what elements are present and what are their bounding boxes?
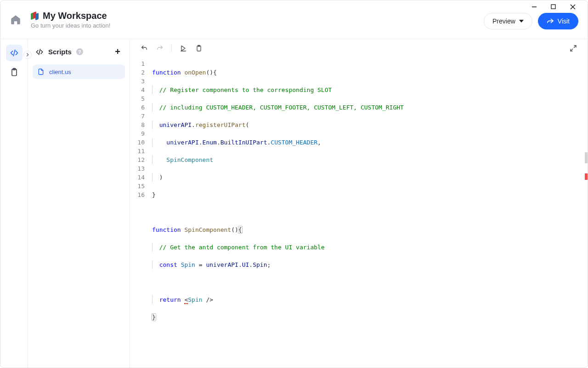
redo-icon — [156, 45, 164, 52]
workspace-logo-icon — [31, 12, 39, 20]
window-controls — [525, 0, 588, 13]
file-name: client.us — [49, 69, 71, 75]
header: My Workspace Go turn your ideas into act… — [0, 0, 588, 39]
svg-line-12 — [574, 46, 576, 48]
tasks-button[interactable] — [193, 42, 205, 54]
code-icon — [10, 48, 19, 58]
play-icon — [180, 45, 187, 52]
preview-button[interactable]: Preview — [484, 13, 532, 29]
file-item[interactable]: client.us — [33, 64, 125, 79]
redo-button[interactable] — [154, 42, 166, 54]
file-icon — [37, 68, 45, 75]
chevron-right-icon — [26, 53, 29, 57]
rail-scripts[interactable] — [6, 45, 23, 61]
clipboard-icon — [195, 45, 203, 52]
code-editor[interactable]: 12345678910111213141516 function onOpen(… — [130, 58, 588, 368]
sidebar: Scripts ? + client.us — [28, 39, 130, 368]
workspace-title: My Workspace — [43, 11, 107, 21]
code-icon — [35, 48, 44, 56]
home-icon[interactable] — [10, 14, 22, 26]
window-maximize[interactable] — [551, 4, 562, 10]
workspace-heading: My Workspace Go turn your ideas into act… — [31, 11, 110, 29]
toolbar-separator — [171, 44, 172, 52]
visit-label: Visit — [558, 17, 570, 25]
run-button[interactable] — [177, 42, 189, 54]
rail-tasks[interactable] — [6, 64, 23, 80]
caret-down-icon — [519, 20, 524, 23]
window-minimize[interactable] — [531, 4, 543, 10]
visit-button[interactable]: Visit — [538, 13, 578, 29]
share-arrow-icon — [547, 17, 554, 25]
overview-mark — [585, 152, 588, 163]
rail-collapse-toggle[interactable] — [23, 51, 32, 59]
add-script-button[interactable]: + — [113, 46, 122, 57]
clipboard-icon — [10, 68, 19, 77]
editor-toolbar — [130, 39, 588, 58]
expand-icon — [570, 45, 577, 52]
undo-button[interactable] — [138, 42, 150, 54]
svg-line-13 — [571, 49, 573, 51]
rail — [0, 39, 28, 368]
svg-line-4 — [13, 50, 15, 56]
undo-icon — [141, 45, 148, 52]
editor-area: 12345678910111213141516 function onOpen(… — [130, 39, 588, 368]
code-content[interactable]: function onOpen(){ // Register component… — [152, 59, 588, 368]
sidebar-header: Scripts ? + — [33, 45, 125, 63]
svg-rect-1 — [551, 5, 555, 9]
svg-line-7 — [39, 49, 40, 55]
main: Scripts ? + client.us — [0, 39, 588, 368]
expand-button[interactable] — [567, 42, 579, 54]
line-gutter: 12345678910111213141516 — [130, 59, 152, 368]
preview-label: Preview — [492, 17, 515, 25]
help-icon[interactable]: ? — [76, 48, 83, 55]
svg-marker-8 — [181, 46, 185, 51]
scroll-overview — [584, 58, 588, 368]
workspace-subtitle: Go turn your ideas into action! — [31, 22, 110, 29]
overview-error-mark — [585, 173, 588, 180]
sidebar-title: Scripts — [48, 48, 72, 56]
window-close[interactable] — [570, 4, 581, 10]
